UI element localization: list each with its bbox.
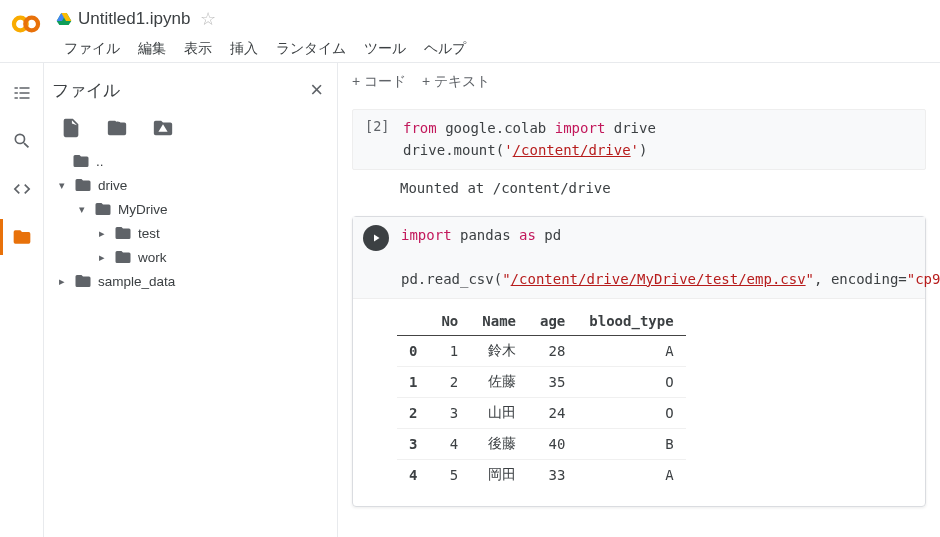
chevron-right-icon[interactable]: ▸ [96,251,108,264]
tree-drive[interactable]: ▾ drive [52,173,329,197]
chevron-down-icon[interactable]: ▾ [76,203,88,216]
add-code-button[interactable]: + コード [352,73,406,91]
menu-help[interactable]: ヘルプ [416,36,474,62]
chevron-right-icon[interactable]: ▸ [96,227,108,240]
menu-file[interactable]: ファイル [56,36,128,62]
menu-view[interactable]: 表示 [176,36,220,62]
menu-insert[interactable]: 挿入 [222,36,266,62]
rail-files-icon[interactable] [10,225,34,249]
rail-search-icon[interactable] [10,129,34,153]
files-sidebar: ファイル × .. ▾ drive ▾ MyDrive ▸ [44,63,338,537]
code-block[interactable]: import pandas as pd pd.read_csv("/conten… [401,225,940,290]
cell-output: Mounted at /content/drive [352,170,926,200]
add-text-button[interactable]: + テキスト [422,73,490,91]
menu-bar: ファイル 編集 表示 挿入 ランタイム ツール ヘルプ [56,30,932,62]
dataframe-output: No Name age blood_type 01鈴木28A12佐藤35O23山… [397,307,686,490]
table-row: 34後藤40B [397,429,686,460]
table-row: 12佐藤35O [397,367,686,398]
tree-sample-data[interactable]: ▸ sample_data [52,269,329,293]
rail-code-icon[interactable] [10,177,34,201]
table-row: 45岡田33A [397,460,686,491]
code-cell-1[interactable]: [2] from google.colab import drive drive… [352,109,926,200]
run-button[interactable] [363,225,389,251]
code-block[interactable]: from google.colab import drive drive.mou… [403,118,656,161]
colab-logo [8,6,44,42]
star-icon[interactable]: ☆ [200,8,216,30]
menu-tools[interactable]: ツール [356,36,414,62]
refresh-icon[interactable] [106,117,128,139]
menu-runtime[interactable]: ランタイム [268,36,354,62]
chevron-right-icon[interactable]: ▸ [56,275,68,288]
menu-edit[interactable]: 編集 [130,36,174,62]
table-row: 01鈴木28A [397,336,686,367]
close-icon[interactable]: × [304,77,329,103]
chevron-down-icon[interactable]: ▾ [56,179,68,192]
rail-toc-icon[interactable] [10,81,34,105]
drive-icon [56,11,72,27]
notebook-content: + コード + テキスト [2] from google.colab impor… [338,63,940,537]
mount-drive-icon[interactable] [152,117,174,139]
cell-toolbar: + コード + テキスト [338,63,940,101]
tree-mydrive[interactable]: ▾ MyDrive [52,197,329,221]
table-row: 23山田24O [397,398,686,429]
tree-updir[interactable]: .. [52,149,329,173]
cell-prompt: [2] [365,118,391,161]
svg-point-1 [25,18,38,31]
tree-test[interactable]: ▸ test [52,221,329,245]
sidebar-title: ファイル [52,79,120,102]
app-header: Untitled1.ipynb ☆ ファイル 編集 表示 挿入 ランタイム ツー… [0,0,940,62]
upload-icon[interactable] [60,117,82,139]
code-cell-2[interactable]: import pandas as pd pd.read_csv("/conten… [352,216,926,507]
file-tree: .. ▾ drive ▾ MyDrive ▸ test ▸ work [52,149,329,293]
tree-work[interactable]: ▸ work [52,245,329,269]
notebook-title[interactable]: Untitled1.ipynb [78,9,190,29]
left-rail [0,63,44,537]
